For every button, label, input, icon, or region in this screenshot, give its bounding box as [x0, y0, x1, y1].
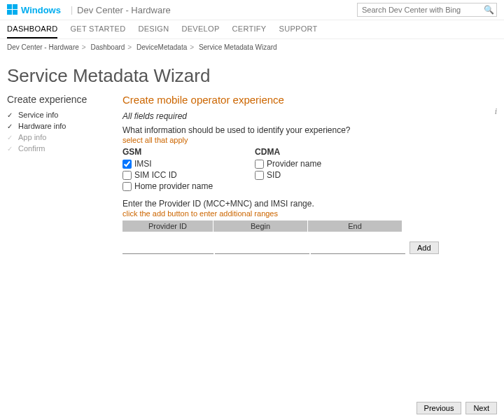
search-input[interactable] [358, 4, 481, 15]
svg-rect-1 [13, 4, 18, 9]
next-button[interactable]: Next [465, 402, 497, 414]
tab-develop[interactable]: DEVELOP [181, 24, 219, 38]
windows-link[interactable]: Windows [21, 5, 61, 15]
step-label: Service info [18, 111, 58, 119]
tab-get-started[interactable]: GET STARTED [70, 24, 125, 38]
crumb[interactable]: Dashboard [90, 43, 125, 51]
add-button[interactable]: Add [410, 241, 439, 254]
step-service-info[interactable]: Service info [7, 109, 122, 120]
step-app-info[interactable]: App info [7, 132, 122, 143]
checkbox-input[interactable] [122, 160, 132, 169]
tab-design[interactable]: DESIGN [138, 24, 169, 38]
identify-prompt: What information should be used to ident… [122, 125, 483, 135]
range-input-row: Add [122, 241, 483, 254]
svg-rect-2 [7, 10, 12, 15]
col-begin: Begin [214, 220, 308, 232]
wizard-footer: Previous Next [416, 402, 497, 414]
crumb[interactable]: Dev Center - Hardware [7, 43, 79, 51]
form-heading: Create mobile operator experience [122, 94, 483, 106]
step-hardware-info[interactable]: Hardware info [7, 120, 122, 132]
site-title: Dev Center - Hardware [77, 5, 171, 15]
windows-logo-icon [7, 4, 18, 15]
range-table-header: Provider ID Begin End [122, 220, 483, 232]
select-hint: select all that apply [122, 136, 483, 144]
form-content: i Create mobile operator experience All … [122, 94, 497, 254]
checkbox-input[interactable] [255, 160, 264, 169]
checkbox-label: SIM ICC ID [134, 170, 177, 180]
breadcrumb: Dev Center - Hardware> Dashboard> Device… [0, 38, 504, 55]
required-note: All fields required [122, 111, 483, 121]
checkbox-label: SID [267, 170, 281, 180]
provider-id-input[interactable] [122, 244, 214, 254]
step-label: Confirm [18, 144, 46, 153]
checkbox-input[interactable] [122, 182, 132, 191]
divider: | [71, 5, 73, 15]
checkbox-sid[interactable]: SID [255, 169, 321, 181]
wizard-steps: Create experience Service info Hardware … [7, 94, 122, 254]
col-provider-id: Provider ID [122, 220, 214, 232]
checkbox-sim-icc-id[interactable]: SIM ICC ID [122, 169, 213, 181]
step-label: Hardware info [18, 122, 66, 130]
page-title: Service Metadata Wizard [0, 55, 504, 91]
nav-tabs: DASHBOARD GET STARTED DESIGN DEVELOP CER… [0, 20, 504, 38]
crumb: Service Metadata Wizard [199, 43, 277, 51]
cdma-heading: CDMA [255, 147, 321, 157]
cdma-column: CDMA Provider name SID [255, 147, 321, 192]
search-icon[interactable]: 🔍 [481, 5, 496, 15]
tab-dashboard[interactable]: DASHBOARD [7, 24, 57, 38]
crumb[interactable]: DeviceMetadata [136, 43, 187, 51]
svg-rect-0 [7, 4, 12, 9]
checkbox-input[interactable] [255, 171, 264, 180]
gsm-column: GSM IMSI SIM ICC ID Home provider name [122, 147, 213, 192]
info-icon[interactable]: i [495, 106, 497, 117]
checkbox-label: Provider name [267, 159, 321, 169]
svg-rect-3 [13, 10, 18, 15]
checkbox-imsi[interactable]: IMSI [122, 158, 213, 169]
end-input[interactable] [311, 244, 405, 254]
tab-support[interactable]: SUPPORT [279, 24, 318, 38]
tab-certify[interactable]: CERTIFY [232, 24, 267, 38]
checkbox-home-provider-name[interactable]: Home provider name [122, 181, 213, 192]
step-confirm[interactable]: Confirm [7, 143, 122, 154]
sidebar-title: Create experience [7, 94, 122, 105]
step-label: App info [18, 133, 46, 141]
checkbox-label: IMSI [134, 159, 152, 169]
range-prompt: Enter the Provider ID (MCC+MNC) and IMSI… [122, 199, 483, 209]
previous-button[interactable]: Previous [416, 402, 462, 414]
begin-input[interactable] [215, 244, 309, 254]
top-bar: Windows | Dev Center - Hardware 🔍 [0, 0, 504, 20]
range-hint: click the add button to enter additional… [122, 209, 483, 218]
checkbox-label: Home provider name [134, 181, 213, 191]
col-end: End [308, 220, 402, 232]
search-box[interactable]: 🔍 [357, 3, 497, 17]
checkbox-input[interactable] [122, 171, 132, 180]
checkbox-provider-name[interactable]: Provider name [255, 158, 321, 169]
gsm-heading: GSM [122, 147, 213, 157]
